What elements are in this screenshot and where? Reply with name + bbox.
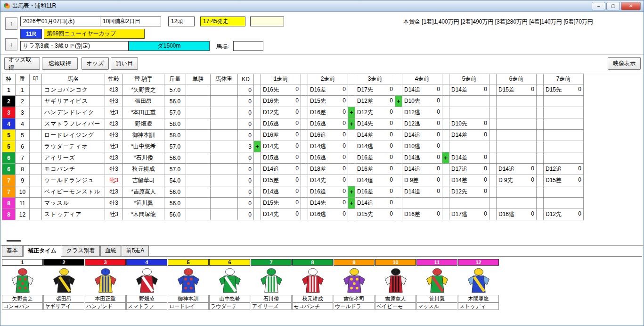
race-separator-cell: +	[348, 186, 355, 198]
tab-last5-a[interactable]: 前5走A	[122, 245, 149, 256]
frame-cell: 8	[2, 209, 16, 220]
race-separator-cell	[489, 209, 497, 220]
table-row[interactable]: 11コンヨバンコク牡3*矢野貴之57.00D16先0D16差0D17先0D14追…	[2, 84, 584, 96]
silk-column[interactable]: 11笹川翼マッスル	[416, 259, 457, 310]
past-race-cell: D 9差0	[402, 175, 442, 186]
table-row[interactable]: 22ヤギリアイビス牡3張田昂56.00D16先0D15先0D12差0+D10先0	[2, 96, 584, 107]
column-header-past-race: 3走前	[355, 74, 395, 84]
silk-column[interactable]: 12木間塚龍ストゥディ	[458, 259, 499, 310]
column-header: 単勝	[186, 74, 211, 84]
race-separator-cell	[537, 130, 544, 141]
past-race-cell: D16差0	[308, 84, 348, 96]
odds-button[interactable]: オッズ	[82, 57, 109, 70]
race-card-table-wrap: 枠番印馬名性齢替 騎手斤量単勝馬体重KD1走前2走前3走前4走前5走前6走前7走…	[2, 74, 584, 220]
race-separator-cell	[395, 164, 402, 175]
sex-age-cell: 牡3	[105, 164, 123, 175]
silk-column[interactable]: 7石川倭アイリーズ	[251, 259, 292, 310]
past-race-cell: D14先0	[308, 198, 348, 209]
silk-column[interactable]: 5御神本訓ロードレイ	[168, 259, 209, 310]
past-race-cell: D16差0	[355, 164, 395, 175]
tab-basic[interactable]: 基本	[2, 245, 23, 256]
maximize-icon[interactable]: ▢	[606, 2, 620, 10]
past-race-cell: D15逃0	[261, 152, 301, 164]
silk-horse-name: ロードレイ	[168, 302, 209, 310]
body-weight-cell	[211, 84, 238, 96]
jockey-silk-icon	[52, 267, 76, 294]
course-field: ダ1500m	[129, 41, 210, 51]
video-display-button[interactable]: 映像表示	[608, 57, 641, 70]
next-race-button[interactable]: ↓	[5, 38, 17, 50]
view-tabs: 基本 補正タイム クラス別着 血統 前5走A	[2, 247, 642, 257]
table-row[interactable]: 68モコバンチ牡3秋元耕成57.00D14追0D18差0D16差0D14追0D1…	[2, 164, 584, 175]
mark-cell	[30, 96, 42, 107]
toolbar: オッズ取得 速報取得 オッズ 買い目 映像表示	[0, 54, 644, 72]
table-row[interactable]: 710ベイビーモンストル牡3*吉原寛人56.00D14逃0D16追0+D16差0…	[2, 186, 584, 198]
table-row[interactable]: 33ハンデンドレイク牡3*本田正重57.00D12先0D16差0+D12先0D1…	[2, 107, 584, 118]
track-condition-field[interactable]	[233, 41, 263, 51]
horse-number-cell: 10	[16, 186, 30, 198]
silk-box	[209, 266, 250, 295]
carried-weight-cell: 56.0	[164, 186, 186, 198]
win-odds-cell	[186, 107, 211, 118]
carried-weight-cell: 58.0	[164, 118, 186, 130]
table-row[interactable]: 811マッスル牡3*笹川翼56.00D15先0D14先0+D14追0	[2, 198, 584, 209]
past-race-cell	[449, 96, 489, 107]
prev-race-button[interactable]: ↑	[5, 17, 17, 30]
jockey-cell: *矢野貴之	[123, 84, 164, 96]
past-race-cell: D17追0	[449, 164, 489, 175]
past-race-cell: D14追0	[402, 186, 442, 198]
silk-column[interactable]: 1矢野貴之コンヨバン	[2, 259, 43, 310]
win-odds-cell	[186, 175, 211, 186]
silk-box	[292, 266, 333, 295]
past-race-cell: D15先0	[261, 198, 301, 209]
body-weight-cell	[211, 175, 238, 186]
bet-button[interactable]: 買い目	[111, 57, 138, 70]
jockey-cell: *石川倭	[123, 152, 164, 164]
odds-fetch-button[interactable]: オッズ取得	[4, 57, 40, 70]
past-race-cell: D14追0	[402, 164, 442, 175]
table-row[interactable]: 79ウールドランジュ牝3吉留孝司54.00D15差0D14先0D14追0D 9差…	[2, 175, 584, 186]
jockey-cell: *笹川翼	[123, 198, 164, 209]
tab-bloodline[interactable]: 血統	[100, 245, 121, 256]
sex-age-cell: 牡3	[105, 118, 123, 130]
horse-number-cell: 4	[16, 118, 30, 130]
table-row[interactable]: 67アイリーズ牡3*石川倭56.00D15逃0D16逃0D16差0D14逃0+D…	[2, 152, 584, 164]
flash-fetch-button[interactable]: 速報取得	[42, 57, 78, 70]
tab-class-results[interactable]: クラス別着	[62, 245, 100, 256]
past-race-cell: D10先0	[449, 118, 489, 130]
tab-adjusted-time[interactable]: 補正タイム	[23, 245, 61, 257]
carried-weight-cell: 54.0	[164, 175, 186, 186]
column-header-past-race: 4走前	[402, 74, 442, 84]
frame-cell: 6	[2, 152, 16, 164]
silk-column[interactable]: 8秋元耕成モコバンチ	[292, 259, 333, 310]
past-race-cell: D16先0	[261, 96, 301, 107]
past-race-cell	[497, 96, 537, 107]
table-row[interactable]: 44スマトラフレイバー牡3野畑凌58.00D16逃0D16逃0+D14先0D12…	[2, 118, 584, 130]
race-separator-cell	[395, 198, 402, 209]
silk-column[interactable]: 3本田正重ハンデンド	[85, 259, 126, 310]
race-separator-cell	[254, 175, 261, 186]
past-race-cell	[497, 107, 537, 118]
silk-column[interactable]: 2張田昂ヤギリアイ	[43, 259, 84, 310]
race-separator-cell: +	[348, 107, 355, 118]
separator-header	[348, 74, 355, 84]
app-icon	[3, 2, 10, 9]
minimize-icon[interactable]: –	[592, 2, 605, 10]
table-row[interactable]: 812ストゥディア牡3*木間塚龍56.00D14先0D16逃0D15先0D16差…	[2, 209, 584, 220]
column-header-past-race: 2走前	[308, 74, 348, 84]
silk-horse-number: 3	[85, 259, 126, 266]
past-race-cell: D14追0	[497, 164, 537, 175]
horse-number-cell: 12	[16, 209, 30, 220]
close-icon[interactable]: ✕	[621, 2, 641, 10]
start-extra-field[interactable]	[250, 17, 284, 26]
separator-header	[254, 74, 261, 84]
past-race-cell	[544, 152, 584, 164]
silk-column[interactable]: 9吉留孝司ウールドラ	[334, 259, 375, 310]
silk-column[interactable]: 10吉原寛人ベイビーモ	[375, 259, 416, 310]
horizontal-scrollbar-thumb[interactable]	[7, 240, 21, 242]
silk-column[interactable]: 6山中悠希ラウダーテ	[209, 259, 250, 310]
horse-name-cell: ウールドランジュ	[42, 175, 105, 186]
silk-column[interactable]: 4野畑凌スマトラフ	[126, 259, 167, 310]
table-row[interactable]: 56ラウダーティオ牡3*山中悠希57.0-3+D14先0D14逃0D14逃0D1…	[2, 141, 584, 152]
table-row[interactable]: 55ロードレイジング牡3御神本訓58.00D16差0D16追0D14差0D14追…	[2, 130, 584, 141]
